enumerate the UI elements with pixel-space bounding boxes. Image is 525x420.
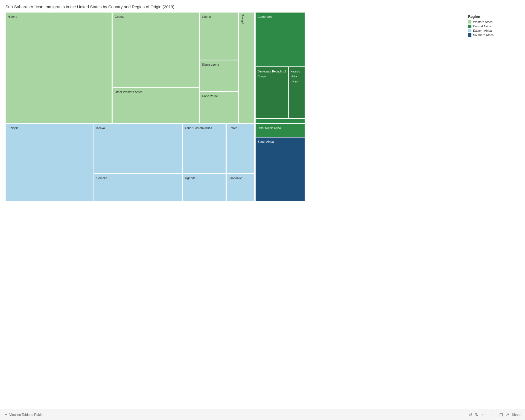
share-icon[interactable]: ↗ [506, 412, 509, 417]
cell-zimbabwe[interactable]: Zimbabwe [226, 174, 254, 201]
cell-nigeria[interactable]: Nigeria [5, 12, 112, 123]
cell-cameroon[interactable]: Cameroon [255, 12, 305, 67]
legend-item-western: Western Africa [468, 20, 516, 24]
legend-item-southern: Southern Africa [468, 33, 516, 37]
cell-republic-congo[interactable]: Republic of the Congo [288, 67, 305, 118]
central-africa-color [468, 25, 471, 28]
cell-other-western[interactable]: Other Western Africa [112, 88, 199, 123]
share-label[interactable]: Share [512, 413, 521, 417]
forward-icon[interactable]: → [488, 412, 493, 417]
page-title: Sub-Saharan African Immigrants in the Un… [5, 4, 520, 9]
tableau-icon: ✦ [4, 413, 8, 417]
legend-item-central: Central Africa [468, 25, 516, 28]
fullscreen-icon[interactable]: ⊡ [499, 412, 503, 417]
legend-item-eastern: Eastern Africa [468, 29, 516, 32]
cell-eritrea[interactable]: Eritrea [226, 124, 254, 174]
cell-drc[interactable]: Democratic Republic of Congo [255, 67, 288, 118]
bottom-toolbar: ✦ View on Tableau Public ↺ ↻ ← → | ⊡ ↗ S… [0, 409, 525, 420]
redo-icon[interactable]: ↻ [475, 412, 479, 417]
cell-ethiopia[interactable]: Ethiopia [5, 124, 94, 201]
eastern-africa-color [468, 29, 471, 32]
southern-africa-color [468, 33, 471, 37]
central-africa-group: Cameroon Democratic Republic of Congo Re… [255, 12, 305, 123]
cell-ghana[interactable]: Ghana [112, 12, 199, 88]
divider: | [495, 412, 497, 417]
eastern-africa-label: Eastern Africa [473, 29, 492, 32]
cell-sierra-leone[interactable]: Sierra Leone [200, 60, 238, 92]
treemap: Nigeria Ghana Other Western Africa [5, 12, 305, 201]
cell-senegal[interactable]: Senegal [238, 12, 254, 123]
central-africa-label: Central Africa [473, 25, 491, 28]
legend: Region Western Africa Central Africa Eas… [465, 12, 520, 40]
cell-uganda[interactable]: Uganda [183, 174, 226, 201]
cell-cabo-verde[interactable]: Cabo Verde [200, 92, 238, 123]
western-africa-label: Western Africa [473, 20, 492, 24]
view-on-tableau-label: View on Tableau Public [9, 413, 43, 417]
cell-liberia[interactable]: Liberia [200, 12, 238, 60]
view-on-tableau[interactable]: ✦ View on Tableau Public [4, 413, 43, 417]
cell-other-middle-bottom[interactable]: Other Middle Africa [255, 124, 305, 137]
undo-icon[interactable]: ↺ [469, 412, 472, 417]
southern-africa-label: Southern Africa [473, 33, 494, 37]
back-icon[interactable]: ← [481, 412, 486, 417]
cell-south-africa[interactable]: South Africa [255, 137, 305, 201]
western-africa-color [468, 20, 471, 24]
cell-other-eastern[interactable]: Other Eastern Africa [183, 124, 226, 174]
legend-title: Region [468, 14, 516, 19]
cell-other-middle-africa[interactable] [255, 119, 305, 123]
cell-somalia[interactable]: Somalia [94, 174, 182, 201]
cell-kenya[interactable]: Kenya [94, 124, 182, 174]
toolbar-icons: ↺ ↻ ← → | ⊡ ↗ Share [469, 412, 521, 417]
